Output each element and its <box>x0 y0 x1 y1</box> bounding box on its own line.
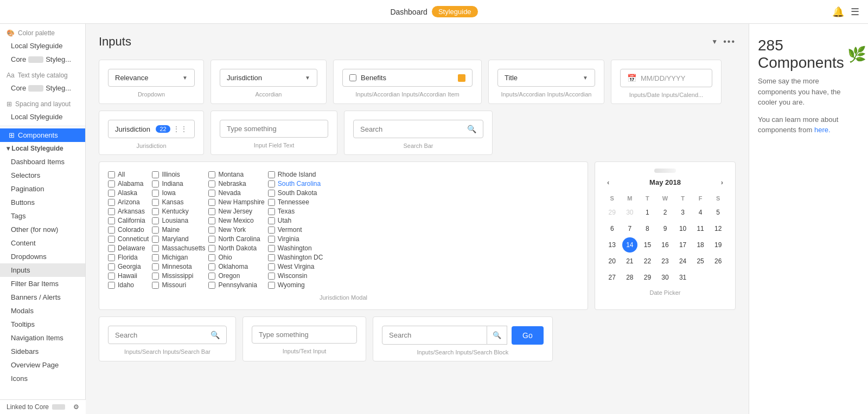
sidebar-item-sidebars[interactable]: Sidebars <box>0 345 85 358</box>
cal-day[interactable]: 30 <box>658 270 673 285</box>
cal-day[interactable]: 29 <box>604 205 620 220</box>
state-checkbox[interactable] <box>152 282 159 289</box>
relevance-dropdown[interactable]: Relevance ▼ <box>108 69 195 87</box>
state-checkbox[interactable] <box>268 190 275 197</box>
type-something-input[interactable] <box>220 120 328 138</box>
cal-day[interactable]: 6 <box>604 221 620 236</box>
state-checkbox[interactable] <box>208 227 215 234</box>
sidebar-item-modals[interactable]: Modals <box>0 304 85 318</box>
state-checkbox[interactable] <box>152 254 159 261</box>
state-checkbox[interactable] <box>152 263 159 270</box>
sidebar-item-other[interactable]: Other (for now) <box>0 223 85 236</box>
sidebar-item-navigation-items[interactable]: Navigation Items <box>0 331 85 345</box>
cal-day[interactable]: 13 <box>604 237 620 253</box>
jurisdiction-chip[interactable]: Jurisdiction 22 ⋮⋮ <box>108 120 195 138</box>
state-checkbox[interactable] <box>268 273 275 280</box>
sidebar-item-banners[interactable]: Banners / Alerts <box>0 290 85 304</box>
state-checkbox[interactable] <box>108 254 115 261</box>
state-checkbox[interactable] <box>152 190 159 197</box>
cal-prev-icon[interactable]: ‹ <box>604 177 612 187</box>
state-checkbox[interactable] <box>108 273 115 280</box>
cal-day[interactable]: 30 <box>622 205 637 220</box>
sidebar-item-components[interactable]: ⊞ Components <box>0 128 85 142</box>
cal-day[interactable]: 19 <box>711 237 726 253</box>
cal-day[interactable]: 9 <box>658 221 673 236</box>
cal-day[interactable]: 21 <box>622 254 637 269</box>
cal-day[interactable]: 15 <box>640 237 655 253</box>
search-input-1[interactable] <box>115 331 206 339</box>
state-checkbox[interactable] <box>208 273 215 280</box>
cal-next-icon[interactable]: › <box>718 177 726 187</box>
state-checkbox[interactable] <box>152 217 159 224</box>
state-checkbox[interactable] <box>268 254 275 261</box>
state-checkbox[interactable] <box>152 171 159 178</box>
sidebar-item-core-styleg-1[interactable]: Core Styleg... <box>0 53 85 66</box>
sidebar-item-buttons[interactable]: Buttons <box>0 196 85 209</box>
cal-day[interactable]: 23 <box>658 254 673 269</box>
state-checkbox[interactable] <box>152 180 159 187</box>
cal-day[interactable]: 24 <box>675 254 691 269</box>
cal-day[interactable]: 3 <box>675 205 691 220</box>
state-checkbox[interactable] <box>152 208 159 215</box>
cal-day[interactable]: 31 <box>675 270 691 285</box>
state-checkbox[interactable] <box>268 180 275 187</box>
state-checkbox[interactable] <box>268 217 275 224</box>
state-checkbox[interactable] <box>268 227 275 234</box>
search-block-icon[interactable]: 🔍 <box>487 326 507 345</box>
state-checkbox[interactable] <box>208 199 215 206</box>
sidebar-item-tooltips[interactable]: Tooltips <box>0 318 85 331</box>
cal-day[interactable]: 27 <box>604 270 620 285</box>
state-checkbox[interactable] <box>208 236 215 243</box>
cal-day[interactable]: 28 <box>622 270 637 285</box>
sidebar-item-core-styleg-2[interactable]: Core Styleg... <box>0 81 85 95</box>
bell-icon[interactable]: 🔔 <box>832 6 844 18</box>
state-checkbox[interactable] <box>208 282 215 289</box>
state-checkbox[interactable] <box>108 180 115 187</box>
search-block-input[interactable] <box>382 326 487 345</box>
state-checkbox[interactable] <box>152 236 159 243</box>
benefits-checkbox[interactable] <box>349 74 356 81</box>
jurisdiction-dropdown[interactable]: Jurisdiction ▼ <box>220 69 317 87</box>
cal-day[interactable]: 1 <box>640 205 655 220</box>
cal-day[interactable]: 10 <box>675 221 691 236</box>
state-checkbox[interactable] <box>268 263 275 270</box>
cal-day[interactable]: 22 <box>640 254 655 269</box>
cal-day[interactable]: 2 <box>658 205 673 220</box>
state-checkbox[interactable] <box>208 245 215 252</box>
state-checkbox[interactable] <box>208 263 215 270</box>
sidebar-item-icons[interactable]: Icons <box>0 372 85 385</box>
sidebar-group-local-styleguide[interactable]: ▾ Local Styleguide <box>0 142 85 155</box>
cal-day[interactable]: 20 <box>604 254 620 269</box>
state-checkbox[interactable] <box>108 263 115 270</box>
cal-day[interactable]: 18 <box>693 237 708 253</box>
cal-day[interactable]: 12 <box>711 221 726 236</box>
state-checkbox[interactable] <box>108 190 115 197</box>
state-checkbox[interactable] <box>108 282 115 289</box>
state-checkbox[interactable] <box>108 236 115 243</box>
more-options-icon[interactable]: ••• <box>723 37 736 47</box>
sidebar-item-pagination[interactable]: Pagination <box>0 182 85 196</box>
state-checkbox[interactable] <box>268 245 275 252</box>
state-checkbox[interactable] <box>108 208 115 215</box>
state-checkbox[interactable] <box>152 227 159 234</box>
go-button[interactable]: Go <box>512 326 544 345</box>
state-checkbox[interactable] <box>268 208 275 215</box>
state-checkbox[interactable] <box>268 199 275 206</box>
sidebar-item-inputs[interactable]: Inputs <box>0 263 85 277</box>
sidebar-item-selectors[interactable]: Selectors <box>0 169 85 182</box>
state-checkbox[interactable] <box>108 199 115 206</box>
sidebar-item-filter-bar[interactable]: Filter Bar Items <box>0 277 85 290</box>
sidebar-item-dashboard-items[interactable]: Dashboard Items <box>0 155 85 169</box>
cal-day[interactable]: 7 <box>622 221 637 236</box>
cal-day[interactable]: 5 <box>711 205 726 220</box>
cal-day[interactable]: 8 <box>640 221 655 236</box>
search-bar-input[interactable] <box>360 125 463 133</box>
cal-day[interactable]: 25 <box>693 254 708 269</box>
title-dropdown[interactable]: Title ▼ <box>497 69 595 87</box>
cal-day[interactable]: 17 <box>675 237 691 253</box>
cal-day[interactable]: 26 <box>711 254 726 269</box>
nav-badge[interactable]: Styleguide <box>432 6 478 17</box>
cal-day[interactable]: 14 <box>622 237 637 253</box>
cal-day[interactable]: 11 <box>693 221 708 236</box>
sidebar-item-local-styleguide-2[interactable]: Local Styleguide <box>0 110 85 124</box>
